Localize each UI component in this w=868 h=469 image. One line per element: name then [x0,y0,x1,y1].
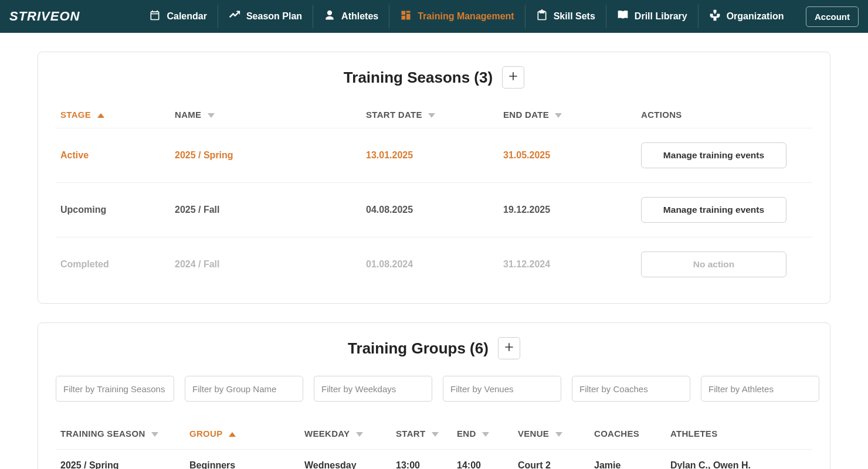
col-name[interactable]: Name [170,105,361,128]
timeline-icon [229,9,240,23]
sort-icon [208,113,215,118]
book-icon [617,9,629,23]
col-coaches: Coaches [589,418,666,450]
nav-label: Athletes [341,11,378,22]
dashboard-icon [400,9,412,23]
nav-athletes[interactable]: Athletes [313,5,389,28]
add-group-button[interactable] [498,337,520,359]
training-seasons-card: Training Seasons (3) Stage Name [38,52,830,304]
add-season-button[interactable] [502,66,524,89]
nav-skill-sets[interactable]: Skill Sets [525,5,606,28]
filter-coaches-input[interactable] [572,376,690,402]
group-row: 2025 / Spring Beginners Wednesday 13:00 … [56,450,812,470]
nav-training-management[interactable]: Training Management [389,5,525,28]
manage-events-button[interactable]: Manage training events [641,142,786,168]
cell-season: 2025 / Spring [56,450,185,470]
no-action-button: No action [641,252,786,277]
card-title: Training Seasons (3) [344,69,493,87]
col-start-date[interactable]: Start Date [361,105,499,128]
nav-label: Skill Sets [554,11,595,22]
nav-calendar[interactable]: Calendar [138,5,218,28]
cell-end: 14:00 [452,450,513,470]
col-label: Group [189,429,222,439]
org-icon [709,9,721,23]
col-weekday[interactable]: Weekday [300,418,391,450]
col-actions: Actions [636,105,812,128]
card-header: Training Seasons (3) [56,66,812,89]
nav-season-plan[interactable]: Season Plan [218,5,313,28]
cell-start: 13.01.2025 [361,128,499,183]
col-label: Weekday [304,429,350,439]
col-training-season[interactable]: Training Season [56,418,185,450]
col-label: Athletes [670,429,717,439]
cell-athletes: Dylan C., Owen H. [666,450,812,470]
clipboard-icon [536,9,548,23]
col-label: Actions [641,110,682,120]
sort-icon [482,432,489,437]
cell-coaches: Jamie [589,450,666,470]
sort-asc-icon [229,432,236,437]
col-end[interactable]: End [452,418,513,450]
card-title: Training Groups (6) [348,339,489,358]
filter-group-input[interactable] [185,376,303,402]
cell-name: 2025 / Fall [170,183,361,237]
cell-end: 19.12.2025 [499,183,636,237]
cell-stage: Upcoming [56,183,170,237]
cell-start: 13:00 [391,450,452,470]
training-groups-card: Training Groups (6) [38,322,830,469]
col-start[interactable]: Start [391,418,452,450]
filter-seasons-input[interactable] [56,376,174,402]
plus-icon [503,341,515,355]
sort-icon [428,113,435,118]
cell-group: Beginners [185,450,300,470]
col-label: Start Date [366,110,422,120]
col-label: Start [396,429,425,439]
group-filters [56,376,812,402]
cell-stage: Active [56,128,170,183]
nav-label: Drill Library [635,11,687,22]
col-label: Name [175,110,201,120]
col-athletes: Athletes [666,418,812,450]
card-header: Training Groups (6) [56,337,812,359]
col-stage[interactable]: Stage [56,105,170,128]
cell-venue: Court 2 [513,450,589,470]
main-nav: Calendar Season Plan Athletes Training M… [138,5,806,28]
col-label: Stage [60,110,91,120]
filter-venues-input[interactable] [443,376,561,402]
top-nav: STRIVEON Calendar Season Plan Athletes T… [0,0,868,33]
cell-stage: Completed [56,237,170,292]
sort-icon [555,432,562,437]
calendar-icon [149,9,161,23]
nav-label: Training Management [418,11,514,22]
account-button[interactable]: Account [806,6,859,27]
col-venue[interactable]: Venue [513,418,589,450]
sort-asc-icon [97,113,104,118]
sort-icon [432,432,439,437]
season-row: Upcoming 2025 / Fall 04.08.2025 19.12.20… [56,183,812,237]
cell-start: 01.08.2024 [361,237,499,292]
col-label: Venue [518,429,549,439]
cell-name: 2025 / Spring [170,128,361,183]
brand-logo: STRIVEON [9,9,80,24]
season-row: Completed 2024 / Fall 01.08.2024 31.12.2… [56,237,812,292]
col-end-date[interactable]: End Date [499,105,636,128]
manage-events-button[interactable]: Manage training events [641,197,786,223]
filter-athletes-input[interactable] [701,376,819,402]
cell-name: 2024 / Fall [170,237,361,292]
cell-action: Manage training events [636,183,812,237]
col-group[interactable]: Group [185,418,300,450]
cell-end: 31.12.2024 [499,237,636,292]
nav-organization[interactable]: Organization [699,5,795,28]
person-icon [324,9,335,23]
col-label: End [457,429,476,439]
filter-weekdays-input[interactable] [314,376,432,402]
cell-start: 04.08.2025 [361,183,499,237]
sort-icon [356,432,363,437]
nav-drill-library[interactable]: Drill Library [606,5,699,28]
groups-table: Training Season Group Weekday Start [56,418,812,469]
seasons-table: Stage Name Start Date End Date [56,105,812,291]
nav-label: Calendar [167,11,206,22]
nav-label: Season Plan [246,11,302,22]
col-label: Coaches [594,429,639,439]
cell-weekday: Wednesday [300,450,391,470]
